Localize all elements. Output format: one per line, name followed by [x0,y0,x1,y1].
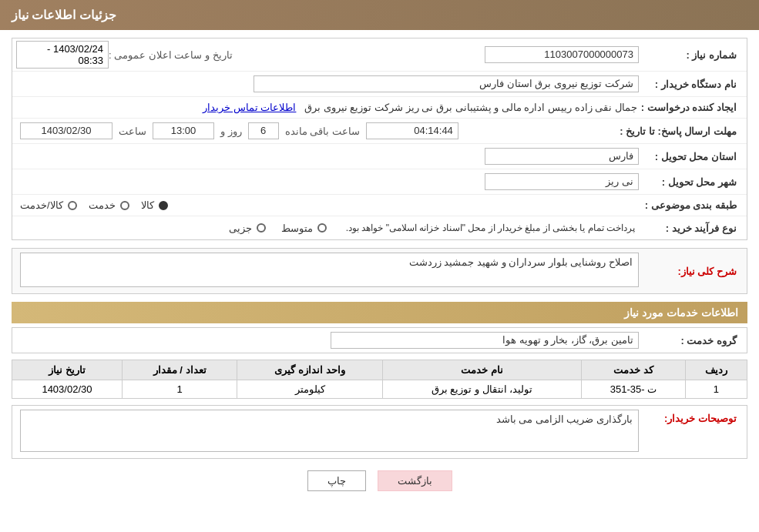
col-tarikh: تاریخ نیاز [12,360,123,380]
mohlat-row: مهلت ارسال پاسخ: تا تاریخ : 04:14:44 ساع… [12,119,747,144]
noe-farayand-row: نوع فرآیند خرید : پرداخت تمام یا بخشی از… [12,216,747,239]
page-container: جزئیات اطلاعات نیاز شماره نیاز : 1103007… [0,0,759,532]
ostan-row: استان محل تحویل : فارس [12,144,747,169]
toseif-textarea[interactable] [20,410,639,452]
sharh-niaz-textarea[interactable] [20,253,639,287]
shahr-input: نی ریز [485,173,639,190]
shomare-niaz-label: شماره نیاز : [643,49,743,61]
table-header-row: ردیف کد خدمت نام خدمت واحد اندازه گیری ت… [12,360,747,380]
noe-farayand-value: پرداخت تمام یا بخشی از مبلغ خریدار از مح… [16,219,643,237]
nam-dastgah-value: شرکت توزیع نیروی برق استان فارس [16,74,643,94]
radio-circle-motawaset [317,223,327,233]
toseif-wrapper: بارگذاری ضریب الزامی می باشد [20,410,639,454]
ilamat-tamas-link[interactable]: اطلاعات تماس خریدار [203,102,296,113]
saat-box: 13:00 [153,122,214,139]
info-section: شماره نیاز : 1103007000000073 تاریخ و سا… [12,38,747,240]
tabaghe-row: طبقه بندی موضوعی : کالا/خدمت خدمت [12,195,747,216]
ijad-konande-row: ایجاد کننده درخواست : جمال نقی زاده رییس… [12,97,747,119]
roz-label: روز و [220,125,242,137]
tabaghe-option-kala[interactable]: کالا [141,199,168,211]
col-kod: کد خدمت [582,360,686,380]
radio-circle-kala [159,201,168,210]
farayand-note: پرداخت تمام یا بخشی از مبلغ خریدار از مح… [342,220,639,236]
ijad-konande-text: جمال نقی زاده رییس اداره مالی و پشتیبانی… [304,102,637,113]
shahr-value: نی ریز [16,172,643,192]
page-title: جزئیات اطلاعات نیاز [12,8,116,22]
back-button[interactable]: بازگشت [378,470,452,491]
buttons-row: بازگشت چاپ [12,470,747,491]
mohlat-value: 04:14:44 ساعت باقی مانده 6 روز و 13:00 س… [16,121,620,141]
announcement-value: 1403/02/24 - 08:33 [16,41,109,69]
toseif-row: توصیحات خریدار: بارگذاری ضریب الزامی می … [12,405,747,459]
shahr-label: شهر محل تحویل : [643,176,743,188]
remaining-label: ساعت باقی مانده [285,125,360,137]
ostan-value: فارس [16,146,643,166]
radio-circle-kala-khadamat [68,201,77,210]
service-table: ردیف کد خدمت نام خدمت واحد اندازه گیری ت… [12,360,747,399]
col-tedad: تعداد / مقدار [122,360,237,380]
farayand-option-motawaset[interactable]: متوسط [281,223,327,234]
date-box: 1403/02/30 [20,122,113,139]
services-section-title: اطلاعات خدمات مورد نیاز [12,302,747,323]
table-row: 1ت -35-351تولید، انتقال و توزیع برقکیلوم… [12,380,747,399]
noe-farayand-label: نوع فرآیند خرید : [643,223,743,234]
ijad-konande-value: جمال نقی زاده رییس اداره مالی و پشتیبانی… [16,100,641,115]
tabaghe-radio-group: کالا/خدمت خدمت کالا [20,199,639,211]
sharh-niaz-row: شرح کلی نیاز: اصلاح روشنایی بلوار سردارا… [12,248,747,294]
grouh-khadamat-label: گروه خدمت : [643,335,743,346]
toseif-label: توصیحات خریدار: [643,408,743,424]
col-radif: ردیف [685,360,747,380]
saat-label: ساعت [119,125,146,137]
radio-circle-jozi [257,223,266,233]
tabaghe-option-kala-khadamat[interactable]: کالا/خدمت [20,199,77,211]
tabaghe-option-khadamat[interactable]: خدمت [89,199,129,211]
ijad-konande-label: ایجاد کننده درخواست : [641,102,743,113]
table-body: 1ت -35-351تولید، انتقال و توزیع برقکیلوم… [12,380,747,399]
shomare-niaz-row: شماره نیاز : 1103007000000073 تاریخ و سا… [12,38,747,72]
content-area: شماره نیاز : 1103007000000073 تاریخ و سا… [0,30,759,510]
shahr-row: شهر محل تحویل : نی ریز [12,169,747,195]
tabaghe-label: طبقه بندی موضوعی : [643,199,743,211]
farayand-option-jozi[interactable]: جزیی [229,223,266,234]
shomare-niaz-input: 1103007000000073 [485,46,639,63]
toseif-value: بارگذاری ضریب الزامی می باشد [16,408,643,456]
radio-circle-khadamat [120,201,129,210]
nam-dastgah-label: نام دستگاه خریدار : [643,79,743,90]
ostan-input: فارس [485,148,639,165]
remaining-box: 04:14:44 [366,122,458,139]
col-name: نام خدمت [382,360,581,380]
sharh-niaz-label: شرح کلی نیاز: [643,266,743,277]
page-header: جزئیات اطلاعات نیاز [0,0,759,30]
roz-box: 6 [248,122,279,139]
shomare-niaz-value: 1103007000000073 [237,45,643,65]
nam-dastgah-input: شرکت توزیع نیروی برق استان فارس [254,75,639,92]
mohlat-label: مهلت ارسال پاسخ: تا تاریخ : [620,125,743,137]
grouh-khadamat-row: گروه خدمت : تامین برق، گاز، بخار و تهویه… [12,327,747,353]
ostan-label: استان محل تحویل : [643,151,743,162]
announcement-label: تاریخ و ساعت اعلان عمومی : [109,49,233,61]
nam-dastgah-row: نام دستگاه خریدار : شرکت توزیع نیروی برق… [12,72,747,97]
tabaghe-value: کالا/خدمت خدمت کالا [16,198,643,212]
type-purchase-row: پرداخت تمام یا بخشی از مبلغ خریدار از مح… [20,220,639,236]
sharh-niaz-value: اصلاح روشنایی بلوار سرداران و شهید جمشید… [16,251,643,291]
sharh-niaz-wrapper: اصلاح روشنایی بلوار سرداران و شهید جمشید… [20,253,639,289]
grouh-khadamat-input: تامین برق، گاز، بخار و تهویه هوا [331,332,639,349]
print-button[interactable]: چاپ [307,470,366,491]
grouh-khadamat-value: تامین برق، گاز، بخار و تهویه هوا [16,330,643,350]
col-vahed: واحد اندازه گیری [237,360,382,380]
